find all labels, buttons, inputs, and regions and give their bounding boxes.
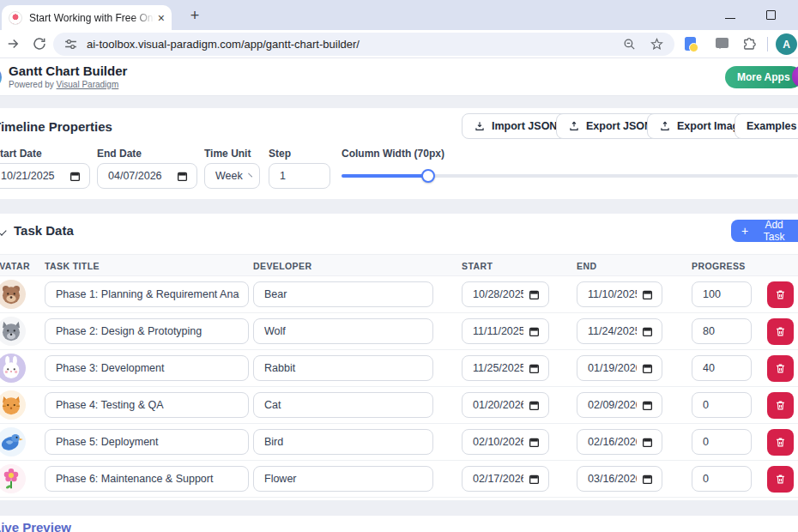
task-title-value[interactable] — [56, 325, 239, 337]
start-date-input[interactable] — [462, 318, 549, 344]
start-date-input[interactable] — [462, 466, 549, 492]
task-title-value[interactable] — [56, 436, 239, 448]
task-title-input[interactable] — [45, 281, 249, 307]
developer-value[interactable] — [264, 436, 424, 448]
developer-value[interactable] — [264, 325, 424, 337]
start-date-value[interactable] — [1, 170, 64, 182]
developer-value[interactable] — [264, 473, 424, 485]
progress-input[interactable] — [692, 466, 752, 492]
visual-paradigm-link[interactable]: Visual Paradigm — [57, 80, 119, 89]
start-value[interactable] — [473, 436, 523, 448]
task-title-input[interactable] — [45, 392, 249, 418]
start-value[interactable] — [473, 399, 523, 411]
start-value[interactable] — [473, 288, 523, 300]
progress-value[interactable] — [703, 436, 742, 448]
tab-close-icon[interactable]: × — [158, 12, 165, 24]
calendar-icon[interactable] — [529, 363, 540, 374]
calendar-icon[interactable] — [529, 326, 540, 337]
calendar-icon[interactable] — [642, 474, 653, 485]
task-title-value[interactable] — [56, 362, 239, 374]
developer-input[interactable] — [253, 355, 433, 381]
progress-input[interactable] — [692, 392, 752, 418]
end-value[interactable] — [588, 436, 637, 448]
address-bar[interactable]: ai-toolbox.visual-paradigm.com/app/gantt… — [53, 33, 674, 56]
bookmark-star-icon[interactable] — [650, 37, 664, 51]
developer-input[interactable] — [253, 281, 433, 307]
progress-input[interactable] — [692, 429, 752, 455]
calendar-icon[interactable] — [529, 400, 540, 411]
start-date-input[interactable] — [462, 355, 549, 381]
import-json-button[interactable]: Import JSON — [462, 113, 569, 139]
delete-task-button[interactable] — [767, 429, 794, 456]
step-value[interactable] — [280, 170, 321, 182]
task-title-input[interactable] — [45, 466, 249, 492]
start-date-input[interactable] — [462, 429, 549, 455]
developer-input[interactable] — [253, 429, 433, 455]
extension-drive-icon[interactable] — [685, 37, 696, 51]
progress-value[interactable] — [703, 399, 742, 411]
task-title-value[interactable] — [56, 288, 239, 300]
new-tab-button[interactable]: + — [185, 6, 204, 25]
calendar-icon[interactable] — [642, 400, 653, 411]
end-value[interactable] — [588, 325, 637, 337]
end-date-value[interactable] — [108, 170, 172, 182]
end-value[interactable] — [588, 362, 637, 374]
start-value[interactable] — [473, 325, 523, 337]
calendar-icon[interactable] — [70, 171, 81, 182]
site-settings-icon[interactable] — [63, 37, 78, 51]
developer-value[interactable] — [264, 362, 424, 374]
calendar-icon[interactable] — [529, 437, 540, 448]
calendar-icon[interactable] — [642, 437, 653, 448]
end-value[interactable] — [588, 288, 637, 300]
start-date-input[interactable] — [462, 392, 549, 418]
maximize-button[interactable] — [766, 10, 776, 20]
delete-task-button[interactable] — [767, 466, 794, 493]
calendar-icon[interactable] — [177, 171, 188, 182]
step-input[interactable] — [269, 163, 330, 189]
examples-button[interactable]: Examples — [735, 113, 798, 139]
minimize-button[interactable] — [725, 18, 735, 19]
slider-thumb[interactable] — [421, 169, 435, 183]
time-unit-select[interactable]: Week — [204, 163, 260, 189]
start-date-input[interactable] — [0, 163, 90, 189]
task-title-value[interactable] — [56, 473, 239, 485]
reload-icon[interactable] — [32, 36, 47, 51]
profile-avatar[interactable]: A — [776, 33, 797, 55]
calendar-icon[interactable] — [642, 363, 653, 374]
calendar-icon[interactable] — [642, 289, 653, 300]
end-value[interactable] — [588, 473, 637, 485]
task-title-input[interactable] — [45, 355, 249, 381]
start-value[interactable] — [473, 362, 523, 374]
end-date-input[interactable] — [577, 355, 662, 381]
calendar-icon[interactable] — [529, 474, 540, 485]
calendar-icon[interactable] — [642, 326, 653, 337]
end-date-input[interactable] — [577, 392, 662, 418]
end-date-input[interactable] — [577, 281, 662, 307]
end-date-input[interactable] — [577, 466, 662, 492]
progress-value[interactable] — [703, 288, 742, 300]
end-value[interactable] — [588, 399, 637, 411]
task-title-input[interactable] — [45, 429, 249, 455]
progress-input[interactable] — [692, 318, 752, 344]
delete-task-button[interactable] — [767, 281, 794, 308]
delete-task-button[interactable] — [767, 355, 794, 382]
more-apps-button[interactable]: More Apps — [725, 66, 798, 88]
end-date-input[interactable] — [97, 163, 197, 189]
progress-input[interactable] — [692, 355, 752, 381]
column-width-slider[interactable] — [342, 174, 798, 178]
developer-input[interactable] — [253, 392, 433, 418]
collapse-chevron-icon[interactable] — [0, 226, 7, 235]
progress-input[interactable] — [692, 281, 752, 307]
add-task-button[interactable]: + Add Task — [731, 220, 798, 242]
developer-value[interactable] — [264, 399, 424, 411]
progress-value[interactable] — [703, 473, 742, 485]
extensions-puzzle-icon[interactable] — [741, 36, 757, 51]
browser-tab[interactable]: Start Working with Free Online × — [2, 5, 172, 30]
calendar-icon[interactable] — [529, 289, 540, 300]
progress-value[interactable] — [703, 325, 742, 337]
task-title-value[interactable] — [56, 399, 239, 411]
task-title-input[interactable] — [45, 318, 249, 344]
forward-icon[interactable] — [5, 36, 21, 51]
progress-value[interactable] — [703, 362, 742, 374]
end-date-input[interactable] — [577, 429, 662, 455]
